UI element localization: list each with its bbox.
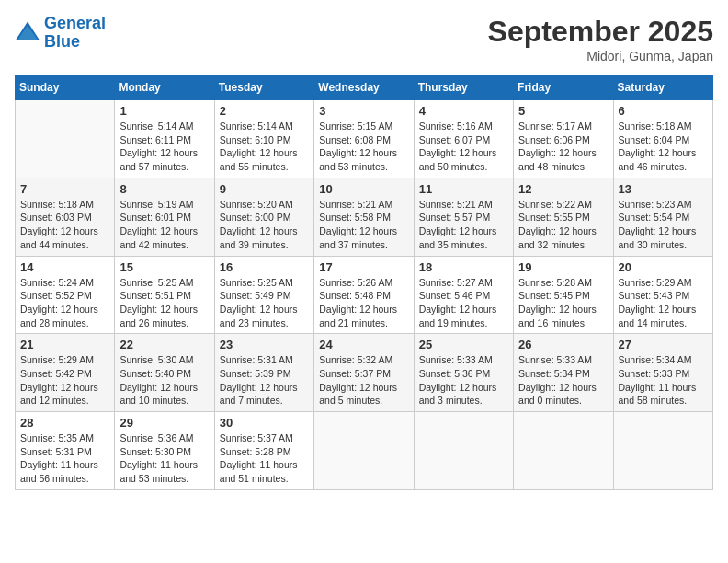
day-info: Sunrise: 5:27 AM Sunset: 5:46 PM Dayligh… [419, 276, 508, 330]
day-number: 11 [419, 182, 508, 196]
day-info: Sunrise: 5:25 AM Sunset: 5:49 PM Dayligh… [220, 276, 309, 330]
calendar-cell: 16Sunrise: 5:25 AM Sunset: 5:49 PM Dayli… [214, 256, 313, 334]
calendar-cell: 11Sunrise: 5:21 AM Sunset: 5:57 PM Dayli… [414, 178, 513, 256]
day-number: 30 [220, 416, 309, 430]
calendar-cell: 25Sunrise: 5:33 AM Sunset: 5:36 PM Dayli… [414, 334, 513, 412]
calendar-cell: 18Sunrise: 5:27 AM Sunset: 5:46 PM Dayli… [414, 256, 513, 334]
calendar-week-row: 14Sunrise: 5:24 AM Sunset: 5:52 PM Dayli… [16, 256, 713, 334]
day-info: Sunrise: 5:36 AM Sunset: 5:30 PM Dayligh… [119, 431, 209, 486]
day-number: 15 [119, 260, 209, 274]
day-number: 13 [619, 182, 708, 196]
calendar-cell: 12Sunrise: 5:22 AM Sunset: 5:55 PM Dayli… [514, 178, 613, 256]
day-info: Sunrise: 5:16 AM Sunset: 6:07 PM Dayligh… [419, 120, 508, 174]
calendar-cell: 19Sunrise: 5:28 AM Sunset: 5:45 PM Dayli… [514, 256, 613, 334]
day-number: 26 [518, 338, 608, 351]
calendar-cell: 14Sunrise: 5:24 AM Sunset: 5:52 PM Dayli… [16, 256, 115, 334]
calendar-cell: 21Sunrise: 5:29 AM Sunset: 5:42 PM Dayli… [16, 334, 115, 412]
calendar-cell: 7Sunrise: 5:18 AM Sunset: 6:03 PM Daylig… [16, 178, 115, 256]
calendar-cell: 8Sunrise: 5:19 AM Sunset: 6:01 PM Daylig… [115, 178, 214, 256]
day-number: 27 [619, 338, 708, 351]
day-number: 23 [220, 338, 309, 351]
day-info: Sunrise: 5:21 AM Sunset: 5:57 PM Dayligh… [419, 198, 508, 252]
day-info: Sunrise: 5:31 AM Sunset: 5:39 PM Dayligh… [220, 353, 309, 408]
calendar-week-row: 1Sunrise: 5:14 AM Sunset: 6:11 PM Daylig… [16, 100, 713, 178]
calendar-cell: 4Sunrise: 5:16 AM Sunset: 6:07 PM Daylig… [414, 100, 513, 178]
day-number: 5 [518, 104, 608, 118]
day-number: 16 [220, 260, 309, 274]
calendar-table: SundayMondayTuesdayWednesdayThursdayFrid… [15, 75, 713, 490]
calendar-cell: 22Sunrise: 5:30 AM Sunset: 5:40 PM Dayli… [115, 334, 214, 412]
day-info: Sunrise: 5:18 AM Sunset: 6:03 PM Dayligh… [20, 198, 109, 252]
calendar-cell: 30Sunrise: 5:37 AM Sunset: 5:28 PM Dayli… [214, 412, 313, 490]
day-number: 18 [419, 260, 508, 274]
day-number: 20 [619, 260, 708, 274]
calendar-cell: 29Sunrise: 5:36 AM Sunset: 5:30 PM Dayli… [115, 412, 214, 490]
calendar-week-row: 28Sunrise: 5:35 AM Sunset: 5:31 PM Dayli… [16, 412, 713, 490]
calendar-cell: 23Sunrise: 5:31 AM Sunset: 5:39 PM Dayli… [214, 334, 313, 412]
calendar-cell: 9Sunrise: 5:20 AM Sunset: 6:00 PM Daylig… [214, 178, 313, 256]
weekday-header: Thursday [414, 75, 513, 100]
calendar-header-row: SundayMondayTuesdayWednesdayThursdayFrid… [16, 75, 713, 100]
page-header: General Blue September 2025 Midori, Gunm… [15, 15, 713, 63]
day-info: Sunrise: 5:15 AM Sunset: 6:08 PM Dayligh… [319, 120, 408, 174]
calendar-cell [613, 412, 712, 490]
calendar-cell [514, 412, 613, 490]
calendar-cell: 17Sunrise: 5:26 AM Sunset: 5:48 PM Dayli… [314, 256, 414, 334]
day-number: 12 [518, 182, 608, 196]
calendar-cell: 3Sunrise: 5:15 AM Sunset: 6:08 PM Daylig… [314, 100, 414, 178]
day-number: 9 [220, 182, 309, 196]
day-number: 28 [20, 416, 109, 430]
day-info: Sunrise: 5:35 AM Sunset: 5:31 PM Dayligh… [20, 431, 109, 486]
day-info: Sunrise: 5:25 AM Sunset: 5:51 PM Dayligh… [119, 276, 209, 330]
day-info: Sunrise: 5:19 AM Sunset: 6:01 PM Dayligh… [119, 198, 209, 252]
weekday-header: Friday [514, 75, 613, 100]
day-info: Sunrise: 5:34 AM Sunset: 5:33 PM Dayligh… [619, 353, 708, 408]
day-info: Sunrise: 5:21 AM Sunset: 5:58 PM Dayligh… [319, 198, 408, 252]
calendar-cell: 10Sunrise: 5:21 AM Sunset: 5:58 PM Dayli… [314, 178, 414, 256]
day-number: 3 [319, 104, 408, 118]
day-number: 7 [20, 182, 109, 196]
weekday-header: Wednesday [314, 75, 414, 100]
logo: General Blue [15, 15, 106, 52]
title-block: September 2025 Midori, Gunma, Japan [488, 15, 713, 63]
day-info: Sunrise: 5:26 AM Sunset: 5:48 PM Dayligh… [319, 276, 408, 330]
day-number: 10 [319, 182, 408, 196]
day-info: Sunrise: 5:18 AM Sunset: 6:04 PM Dayligh… [619, 120, 708, 174]
calendar-week-row: 7Sunrise: 5:18 AM Sunset: 6:03 PM Daylig… [16, 178, 713, 256]
day-number: 8 [119, 182, 209, 196]
calendar-cell: 13Sunrise: 5:23 AM Sunset: 5:54 PM Dayli… [613, 178, 712, 256]
calendar-cell [16, 100, 115, 178]
day-number: 21 [20, 338, 109, 351]
calendar-cell: 28Sunrise: 5:35 AM Sunset: 5:31 PM Dayli… [16, 412, 115, 490]
logo-text: General Blue [44, 15, 106, 52]
calendar-cell: 1Sunrise: 5:14 AM Sunset: 6:11 PM Daylig… [115, 100, 214, 178]
weekday-header: Monday [115, 75, 214, 100]
weekday-header: Tuesday [214, 75, 313, 100]
day-number: 29 [119, 416, 209, 430]
location: Midori, Gunma, Japan [488, 49, 713, 63]
calendar-cell: 26Sunrise: 5:33 AM Sunset: 5:34 PM Dayli… [514, 334, 613, 412]
day-info: Sunrise: 5:29 AM Sunset: 5:43 PM Dayligh… [619, 276, 708, 330]
calendar-cell: 2Sunrise: 5:14 AM Sunset: 6:10 PM Daylig… [214, 100, 313, 178]
day-info: Sunrise: 5:32 AM Sunset: 5:37 PM Dayligh… [319, 353, 408, 408]
calendar-cell: 5Sunrise: 5:17 AM Sunset: 6:06 PM Daylig… [514, 100, 613, 178]
day-number: 19 [518, 260, 608, 274]
logo-icon [15, 20, 40, 46]
day-info: Sunrise: 5:33 AM Sunset: 5:36 PM Dayligh… [419, 353, 508, 408]
day-number: 24 [319, 338, 408, 351]
calendar-cell: 6Sunrise: 5:18 AM Sunset: 6:04 PM Daylig… [613, 100, 712, 178]
calendar-cell: 20Sunrise: 5:29 AM Sunset: 5:43 PM Dayli… [613, 256, 712, 334]
day-number: 22 [119, 338, 209, 351]
day-info: Sunrise: 5:20 AM Sunset: 6:00 PM Dayligh… [220, 198, 309, 252]
day-info: Sunrise: 5:33 AM Sunset: 5:34 PM Dayligh… [518, 353, 608, 408]
calendar-cell: 15Sunrise: 5:25 AM Sunset: 5:51 PM Dayli… [115, 256, 214, 334]
day-info: Sunrise: 5:14 AM Sunset: 6:11 PM Dayligh… [119, 120, 209, 174]
weekday-header: Saturday [613, 75, 712, 100]
day-info: Sunrise: 5:14 AM Sunset: 6:10 PM Dayligh… [220, 120, 309, 174]
day-number: 4 [419, 104, 508, 118]
weekday-header: Sunday [16, 75, 115, 100]
day-info: Sunrise: 5:17 AM Sunset: 6:06 PM Dayligh… [518, 120, 608, 174]
calendar-cell [414, 412, 513, 490]
day-info: Sunrise: 5:28 AM Sunset: 5:45 PM Dayligh… [518, 276, 608, 330]
day-number: 6 [619, 104, 708, 118]
